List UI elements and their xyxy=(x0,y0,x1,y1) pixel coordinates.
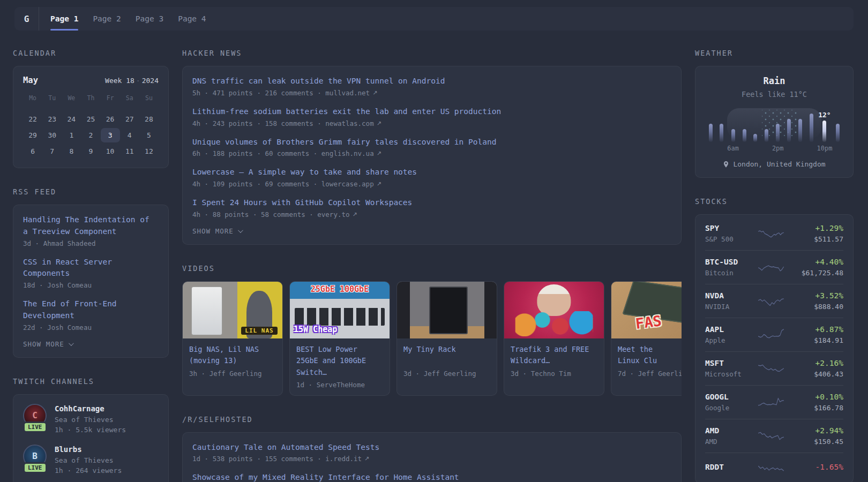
stock-row[interactable]: RDDT -1.65% xyxy=(705,453,843,481)
section-title-twitch: TWITCH CHANNELS xyxy=(13,377,169,386)
twitch-channel-row[interactable]: B LIVE Blurbs Sea of Thieves 1h · 264 vi… xyxy=(23,445,159,475)
stock-sparkline xyxy=(758,328,784,342)
weather-hour-slot xyxy=(761,110,772,153)
weather-feels-like: Feels like 11°C xyxy=(705,90,843,99)
video-card[interactable]: FAS Meet the Linux Clu 7d · Jeff Geerlin… xyxy=(611,281,682,396)
right-column: WEATHER Rain Feels like 11°C xyxy=(695,49,854,482)
video-card[interactable]: LIL NAS Big NAS, Lil NAS (moving 13) 3h … xyxy=(182,281,283,396)
stock-row[interactable]: GOOGL Google +0.10% $166.78 xyxy=(705,385,843,419)
hn-item: Lowercase – A simple way to take and sha… xyxy=(192,167,671,188)
stock-row[interactable]: MSFT Microsoft +2.16% $406.43 xyxy=(705,351,843,385)
calendar-day-grid: 222324252627282930123456789101112 xyxy=(23,112,159,159)
weather-bar-area xyxy=(727,110,739,142)
weather-bar-area xyxy=(806,110,817,142)
calendar-day: 23 xyxy=(42,112,62,126)
stock-name: Microsoft xyxy=(705,370,754,378)
page-tab[interactable]: Page 3 xyxy=(136,7,163,31)
stock-symbol: SPY xyxy=(705,224,754,232)
app-logo[interactable]: G xyxy=(14,7,39,31)
page-tab[interactable]: Page 2 xyxy=(93,7,121,31)
video-meta: 3d · Jeff Geerling xyxy=(397,367,497,384)
weather-hour-slot xyxy=(806,110,817,153)
calendar-year: 2024 xyxy=(142,77,159,85)
reddit-post-link[interactable]: Cautionary Tale on Automated Speed Tests xyxy=(192,442,671,454)
stock-identity: MSFT Microsoft xyxy=(705,359,754,378)
stock-sparkline xyxy=(758,227,784,240)
stock-symbol: MSFT xyxy=(705,359,754,367)
top-nav: G Page 1 Page 2 Page 3 Page 4 xyxy=(14,7,854,31)
hn-show-more-button[interactable]: SHOW MORE xyxy=(192,227,671,235)
video-thumbnail xyxy=(504,282,604,338)
section-title-videos: VIDEOS xyxy=(182,264,682,273)
calendar-day: 29 xyxy=(23,128,42,142)
hn-article-link[interactable]: Lowercase – A simple way to take and sha… xyxy=(192,167,671,178)
temperature-bar xyxy=(765,129,768,142)
weather-bar-area xyxy=(795,110,806,142)
stock-values: +2.94% $150.45 xyxy=(788,426,843,446)
stock-symbol: NVDA xyxy=(705,291,754,300)
rss-item: CSS in React Server Components 18d · Jos… xyxy=(23,257,159,290)
page-tab[interactable]: Page 4 xyxy=(178,7,206,31)
video-card[interactable]: Traefik 3 and FREE Wildcard… 3d · Techno… xyxy=(504,281,604,396)
video-thumbnail: LIL NAS xyxy=(183,282,282,338)
reddit-list: Cautionary Tale on Automated Speed Tests… xyxy=(192,442,671,482)
stock-sparkline xyxy=(758,395,784,409)
stock-sparkline xyxy=(758,460,784,474)
stock-price: $184.91 xyxy=(788,336,843,344)
left-column: CALENDAR May Week 18·2024 MoTuWeThFrSaSu… xyxy=(13,49,169,482)
rss-show-more-button[interactable]: SHOW MORE xyxy=(23,340,159,348)
weather-hour-slot xyxy=(784,110,795,153)
video-meta: 1d · ServeTheHome xyxy=(290,379,390,395)
reddit-widget: Cautionary Tale on Automated Speed Tests… xyxy=(182,432,682,482)
weather-bar-area xyxy=(716,110,728,142)
rss-article-link[interactable]: The End of Front-End Development xyxy=(23,298,159,322)
stock-price: $61,725.48 xyxy=(788,269,843,277)
stocks-section: STOCKS SPY S&P 500 +1.29% $511.57 xyxy=(695,197,854,482)
stock-row[interactable]: NVDA NVIDIA +3.52% $888.40 xyxy=(705,284,843,318)
stock-change: +6.87% xyxy=(788,325,843,334)
video-card[interactable]: My Tiny Rack 3d · Jeff Geerling xyxy=(396,281,497,396)
section-title-hn: HACKER NEWS xyxy=(182,49,682,57)
weather-hour-slot xyxy=(739,110,750,153)
weather-hour-slot: 12° 10pm xyxy=(817,110,833,153)
stock-values: -1.65% xyxy=(788,463,843,471)
weekday-label: Sa xyxy=(120,92,139,105)
external-link-icon: ↗ xyxy=(372,89,377,96)
hacker-news-widget: DNS traffic can leak outside the VPN tun… xyxy=(182,66,682,245)
stock-sparkline xyxy=(758,260,784,274)
time-axis-label xyxy=(750,145,761,153)
video-meta: 7d · Jeff Geerling xyxy=(611,367,682,384)
stock-row[interactable]: AAPL Apple +6.87% $184.91 xyxy=(705,318,843,351)
reddit-post-link[interactable]: Showcase of my Mixed Reality Interface f… xyxy=(192,472,671,482)
hn-article-link[interactable]: I Spent 24 Hours with GitHub Copilot Wor… xyxy=(192,197,671,209)
reddit-section: /R/SELFHOSTED Cautionary Tale on Automat… xyxy=(182,415,682,482)
live-badge: LIVE xyxy=(23,421,47,433)
hn-article-meta: 4h · 243 points · 158 comments · newatla… xyxy=(192,119,671,127)
stock-change: +3.52% xyxy=(788,291,843,300)
page-tab[interactable]: Page 1 xyxy=(50,7,78,31)
twitch-widget: C LIVE CohhCarnage Sea of Thieves 1h · 5… xyxy=(13,394,169,482)
hn-article-link[interactable]: Unique volumes of Brothers Grimm fairy t… xyxy=(192,137,671,148)
twitch-channel-row[interactable]: C LIVE CohhCarnage Sea of Thieves 1h · 5… xyxy=(23,404,159,434)
stock-row[interactable]: AMD AMD +2.94% $150.45 xyxy=(705,419,843,453)
hn-meta-text: 4h · 109 points · 69 comments · lowercas… xyxy=(192,180,374,188)
hn-article-link[interactable]: DNS traffic can leak outside the VPN tun… xyxy=(192,76,671,87)
current-temp-label: 12° xyxy=(818,111,830,119)
hn-article-link[interactable]: Lithium-free sodium batteries exit the l… xyxy=(192,106,671,118)
video-card[interactable]: 25GbE 100GbE15W Cheap BEST Low Power 25G… xyxy=(289,281,390,396)
weather-condition: Rain xyxy=(705,76,843,86)
stock-row[interactable]: SPY S&P 500 +1.29% $511.57 xyxy=(705,217,843,250)
rss-article-link[interactable]: CSS in React Server Components xyxy=(23,257,159,280)
avatar-initial: B xyxy=(32,451,38,461)
videos-section: VIDEOS LIL NAS Big NAS, Lil NAS (moving … xyxy=(182,264,682,396)
hn-meta-text: 4h · 88 points · 58 comments · every.to xyxy=(192,210,350,219)
page-tab-label: Page 2 xyxy=(93,14,121,23)
stock-sparkline xyxy=(758,429,784,443)
twitch-avatar-wrap: C LIVE xyxy=(23,404,47,427)
stock-row[interactable]: BTC-USD Bitcoin +4.40% $61,725.48 xyxy=(705,250,843,284)
stock-values: +1.29% $511.57 xyxy=(788,224,843,243)
section-title-rss: RSS FEED xyxy=(13,187,169,196)
weather-location: London, United Kingdom xyxy=(733,160,825,168)
rss-widget: Handling The Indentation of a Treeview C… xyxy=(13,205,169,358)
rss-article-link[interactable]: Handling The Indentation of a Treeview C… xyxy=(23,214,159,238)
